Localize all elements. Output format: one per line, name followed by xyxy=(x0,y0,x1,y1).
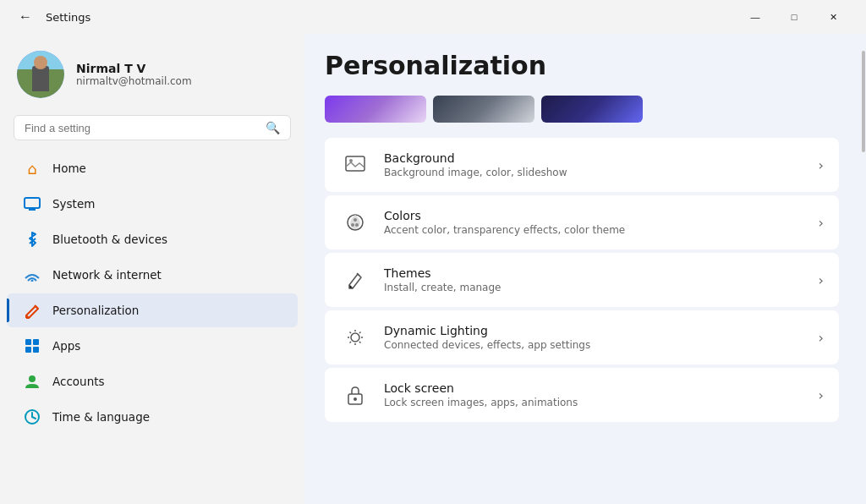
svg-rect-6 xyxy=(25,339,31,345)
back-button[interactable]: ← xyxy=(14,5,37,29)
sidebar: Nirmal T V nirmaltv@hotmail.com 🔍 ⌂ Home… xyxy=(0,34,304,504)
background-title: Background xyxy=(384,151,805,165)
title-bar: ← Settings — □ ✕ xyxy=(0,0,866,34)
themes-chevron: › xyxy=(819,272,824,288)
settings-item-lock-screen[interactable]: Lock screen Lock screen images, apps, an… xyxy=(325,368,839,422)
background-text: Background Background image, color, slid… xyxy=(384,151,805,178)
theme-swatch-2[interactable] xyxy=(433,96,534,123)
app-body: Nirmal T V nirmaltv@hotmail.com 🔍 ⌂ Home… xyxy=(0,34,866,504)
nav-label-home: Home xyxy=(52,162,86,175)
profile-name: Nirmal T V xyxy=(76,62,192,75)
themes-icon xyxy=(340,265,370,295)
svg-rect-0 xyxy=(25,198,40,208)
svg-point-18 xyxy=(355,223,359,227)
settings-item-colors[interactable]: Colors Accent color, transparency effect… xyxy=(325,195,839,249)
scrollbar-track[interactable] xyxy=(861,34,866,504)
dynamic-lighting-text: Dynamic Lighting Connected devices, effe… xyxy=(384,324,805,351)
themes-title: Themes xyxy=(384,266,805,280)
colors-title: Colors xyxy=(384,209,805,222)
search-input[interactable] xyxy=(25,122,259,134)
theme-swatch-3[interactable] xyxy=(541,96,643,123)
nav-item-accounts[interactable]: Accounts xyxy=(7,364,298,398)
lock-screen-title: Lock screen xyxy=(384,381,805,395)
theme-swatch-1[interactable] xyxy=(325,96,426,123)
background-chevron: › xyxy=(819,157,824,173)
settings-item-dynamic-lighting[interactable]: Dynamic Lighting Connected devices, effe… xyxy=(325,310,839,364)
dynamic-lighting-title: Dynamic Lighting xyxy=(384,324,805,337)
colors-text: Colors Accent color, transparency effect… xyxy=(384,209,805,236)
svg-line-13 xyxy=(32,417,36,419)
svg-point-20 xyxy=(351,333,359,342)
apps-icon xyxy=(24,337,41,354)
accounts-icon xyxy=(24,373,41,390)
search-box[interactable]: 🔍 xyxy=(14,115,291,140)
settings-list: Background Background image, color, slid… xyxy=(325,138,839,422)
settings-item-themes[interactable]: Themes Install, create, manage › xyxy=(325,253,839,307)
nav-label-personalization: Personalization xyxy=(52,304,139,317)
svg-rect-7 xyxy=(33,339,39,345)
colors-icon xyxy=(340,207,370,238)
nav-item-time[interactable]: Time & language xyxy=(7,400,298,434)
profile-section[interactable]: Nirmal T V nirmaltv@hotmail.com xyxy=(0,41,304,115)
svg-point-30 xyxy=(354,397,357,401)
svg-rect-9 xyxy=(33,347,39,353)
svg-point-3 xyxy=(31,280,34,282)
avatar-head-shape xyxy=(34,56,47,69)
lock-screen-text: Lock screen Lock screen images, apps, an… xyxy=(384,381,805,408)
theme-strip xyxy=(325,96,839,123)
svg-rect-1 xyxy=(29,209,36,211)
svg-point-15 xyxy=(349,159,353,162)
page-title: Personalization xyxy=(325,51,839,80)
maximize-button[interactable]: □ xyxy=(775,3,814,30)
nav-item-bluetooth[interactable]: Bluetooth & devices xyxy=(7,222,298,256)
profile-info: Nirmal T V nirmaltv@hotmail.com xyxy=(76,62,192,87)
nav-item-home[interactable]: ⌂ Home xyxy=(7,151,298,185)
nav-item-system[interactable]: System xyxy=(7,187,298,221)
dynamic-lighting-icon xyxy=(340,322,370,353)
nav-label-time: Time & language xyxy=(52,410,150,424)
svg-line-25 xyxy=(350,332,352,334)
themes-text: Themes Install, create, manage xyxy=(384,266,805,293)
minimize-button[interactable]: — xyxy=(736,3,775,30)
svg-line-28 xyxy=(350,342,352,343)
lock-screen-desc: Lock screen images, apps, animations xyxy=(384,397,805,408)
lock-screen-chevron: › xyxy=(819,387,824,403)
scrollbar-thumb[interactable] xyxy=(862,51,865,152)
content-area: Personalization Background Background im… xyxy=(304,34,866,504)
svg-point-10 xyxy=(29,375,36,382)
background-icon xyxy=(340,150,370,180)
title-bar-left: ← Settings xyxy=(14,5,90,29)
nav-item-personalization[interactable]: Personalization xyxy=(7,293,298,327)
dynamic-lighting-desc: Connected devices, effects, app settings xyxy=(384,339,805,351)
app-title: Settings xyxy=(46,11,90,24)
settings-item-background[interactable]: Background Background image, color, slid… xyxy=(325,138,839,192)
nav-item-network[interactable]: Network & internet xyxy=(7,258,298,292)
dynamic-lighting-chevron: › xyxy=(819,330,824,346)
search-icon: 🔍 xyxy=(266,121,280,134)
svg-point-19 xyxy=(354,218,357,222)
nav-label-bluetooth: Bluetooth & devices xyxy=(52,233,167,246)
time-icon xyxy=(24,408,41,425)
nav-label-accounts: Accounts xyxy=(52,375,105,388)
nav-item-apps[interactable]: Apps xyxy=(7,329,298,363)
window-controls: — □ ✕ xyxy=(736,3,852,30)
nav-label-system: System xyxy=(52,197,95,211)
profile-email: nirmaltv@hotmail.com xyxy=(76,75,192,87)
nav-label-apps: Apps xyxy=(52,339,80,353)
home-icon: ⌂ xyxy=(24,160,41,177)
personalization-icon xyxy=(24,302,41,319)
avatar xyxy=(17,51,64,98)
colors-desc: Accent color, transparency effects, colo… xyxy=(384,224,805,236)
nav-label-network: Network & internet xyxy=(52,268,162,282)
themes-desc: Install, create, manage xyxy=(384,282,805,293)
close-button[interactable]: ✕ xyxy=(814,3,852,30)
bluetooth-icon xyxy=(24,231,41,248)
avatar-body-shape xyxy=(32,66,49,91)
colors-chevron: › xyxy=(819,215,824,231)
svg-line-26 xyxy=(359,342,361,343)
svg-point-17 xyxy=(351,223,354,227)
network-icon xyxy=(24,266,41,283)
svg-line-27 xyxy=(359,332,361,334)
svg-rect-8 xyxy=(25,347,31,353)
background-desc: Background image, color, slideshow xyxy=(384,167,805,178)
